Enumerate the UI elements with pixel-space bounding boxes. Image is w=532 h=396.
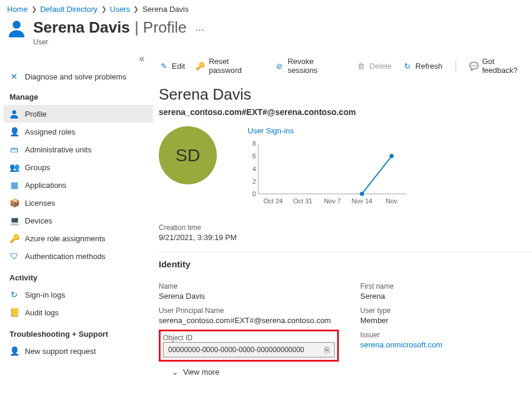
sidebar-heading-manage: Manage [4,85,153,105]
sidebar-item-label: Audit logs [25,308,59,317]
sidebar-item-support[interactable]: 👤 New support request [4,342,153,360]
sidebar-item-azure-roles[interactable]: 🔑 Azure role assignments [4,229,153,247]
crumb-users[interactable]: Users [110,5,130,14]
sidebar-item-devices[interactable]: 💻 Devices [4,212,153,229]
support-icon: 👤 [9,346,19,356]
sidebar-item-groups[interactable]: 👥 Groups [4,158,153,176]
firstname-value: Serena [360,292,532,301]
revoke-sessions-button[interactable]: ⊘ Revoke sessions [274,57,345,75]
signins-chart: User Sign-ins 02468Oct 24Oct 31Nov 7Nov … [241,126,532,210]
svg-text:4: 4 [252,165,256,173]
sidebar-item-admin-units[interactable]: 🗃 Administrative units [4,140,153,158]
svg-text:Nov: Nov [386,197,398,205]
svg-text:0: 0 [252,190,256,197]
chevron-right-icon: ❯ [101,5,107,13]
refresh-button[interactable]: ↻ Refresh [402,61,443,71]
creation-time-label: Creation time [159,223,532,232]
svg-point-15 [390,154,394,158]
chevron-down-icon: ⌄ [172,368,178,376]
svg-point-1 [12,110,17,114]
copy-icon[interactable]: ⎘ [325,345,329,355]
sidebar-item-label: Applications [25,181,66,190]
chart-title[interactable]: User Sign-ins [241,126,532,135]
name-value: Serena Davis [159,292,336,301]
sidebar-item-label: Azure role assignments [25,234,105,243]
svg-text:Oct 31: Oct 31 [293,197,312,205]
button-label: Got feedback? [482,57,532,75]
svg-text:Nov 7: Nov 7 [324,197,341,205]
section-divider [159,251,532,252]
sidebar-item-label: Diagnose and solve problems [25,72,126,81]
feedback-button[interactable]: 💬 Got feedback? [469,57,532,75]
sidebar-heading-activity: Activity [4,265,153,286]
collapse-sidebar-button[interactable]: « [4,52,153,68]
wrench-icon: ✕ [9,72,19,81]
sidebar-item-assigned-roles[interactable]: 👤 Assigned roles [4,123,153,140]
sidebar-item-licenses[interactable]: 📦 Licenses [4,194,153,212]
issuer-label: Issuer [360,331,532,339]
edit-button[interactable]: ✎ Edit [159,61,185,71]
avatar: SD [159,126,217,184]
sidebar-heading-support: Troubleshooting + Support [4,321,153,342]
crumb-directory[interactable]: Default Directory [40,5,98,14]
button-label: Delete [370,62,392,71]
upn-value: serena_contoso.com#EXT#@serena.contoso.c… [159,316,336,325]
sidebar-item-auth-methods[interactable]: 🛡 Authentication methods [4,247,153,265]
chevron-right-icon: ❯ [31,5,37,13]
firstname-label: First name [360,282,532,290]
delete-button: 🗑 Delete [357,61,392,71]
chevron-right-icon: ❯ [133,5,139,13]
crumb-home[interactable]: Home [7,5,28,14]
key-icon: 🔑 [196,61,205,71]
object-id-value: 00000000-0000-0000-0000-000000000000 [168,346,305,354]
role-icon: 👤 [9,127,19,136]
sidebar-item-label: Assigned roles [25,127,75,136]
usertype-label: User type [360,306,532,315]
entity-type-label: User [33,38,206,46]
page-title: Serena Davis [33,18,130,37]
name-label: Name [159,282,336,290]
object-id-copy-field[interactable]: 00000000-0000-0000-0000-000000000000 ⎘ [163,342,335,357]
feedback-icon: 💬 [469,61,479,71]
sidebar-item-audit-logs[interactable]: 📒 Audit logs [4,304,153,321]
svg-point-0 [12,21,20,28]
sidebar-item-applications[interactable]: ▦ Applications [4,176,153,194]
shield-icon: 🛡 [9,251,19,261]
more-actions-button[interactable]: ⋯ [195,24,206,36]
issuer-link[interactable]: serena.onmicrosoft.com [360,340,443,349]
sidebar-item-signin-logs[interactable]: ↻ Sign-in logs [4,286,153,304]
button-label: Reset password [209,57,264,75]
sidebar-item-label: Groups [25,163,50,172]
refresh-icon: ↻ [402,61,412,71]
pencil-icon: ✎ [159,61,168,71]
sidebar-item-diagnose[interactable]: ✕ Diagnose and solve problems [4,68,153,85]
svg-text:6: 6 [252,152,256,159]
sidebar-item-label: Sign-in logs [25,290,65,299]
groups-icon: 👥 [9,162,19,172]
key-icon: 🔑 [9,234,19,243]
breadcrumb: Home ❯ Default Directory ❯ Users ❯ Seren… [0,0,532,16]
profile-upn: serena_contoso.com#EXT#@serena.contoso.c… [159,107,532,117]
toolbar-divider [456,60,456,72]
sidebar-item-label: Authentication methods [25,252,105,261]
sidebar-item-profile[interactable]: Profile [4,105,153,123]
trash-icon: 🗑 [357,61,366,71]
reset-password-button[interactable]: 🔑 Reset password [196,57,264,75]
svg-text:Oct 24: Oct 24 [264,197,283,205]
crumb-current: Serena Davis [142,5,188,14]
button-label: Edit [172,62,185,71]
object-id-highlight: Object ID 00000000-0000-0000-0000-000000… [159,330,339,362]
audit-icon: 📒 [9,308,19,317]
identity-heading: Identity [159,259,532,269]
usertype-value: Member [360,316,532,325]
admin-units-icon: 🗃 [9,145,19,154]
button-label: Refresh [415,62,443,71]
applications-icon: ▦ [9,180,19,190]
user-icon [9,109,19,119]
user-icon [7,18,26,37]
sidebar-item-label: New support request [25,347,96,356]
svg-text:8: 8 [252,140,256,147]
view-more-button[interactable]: ⌄ View more [172,368,532,376]
sidebar-item-label: Devices [25,216,52,225]
object-id-label: Object ID [163,334,335,342]
